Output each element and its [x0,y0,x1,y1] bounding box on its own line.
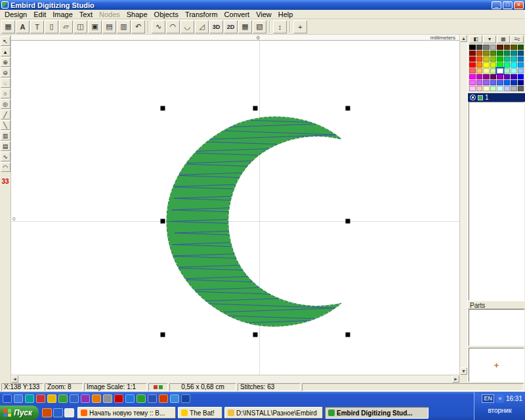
stitch-simulator-button[interactable]: ▧ [253,20,266,33]
palette-swatch[interactable] [476,74,483,79]
palette-swatch[interactable] [490,86,497,91]
menu-transform[interactable]: Transform [182,10,221,19]
palette-swatch[interactable] [497,45,503,50]
quicklaunch-icon[interactable] [14,394,23,403]
close-button[interactable]: × [514,1,524,9]
wave-tool[interactable]: ∿ [1,152,10,161]
quicklaunch-icon[interactable] [36,394,45,403]
palette-swatch[interactable] [476,45,483,50]
menu-help[interactable]: Help [275,10,297,19]
minimize-button[interactable]: _ [492,1,501,9]
catalog-button[interactable]: ≡c [511,35,524,43]
arc-tool-button[interactable]: ◠ [166,20,180,33]
palette-swatch[interactable] [511,68,517,74]
maximize-button[interactable]: □ [503,1,513,9]
palette-swatch[interactable] [504,51,511,56]
palette-swatch[interactable] [497,56,503,62]
palette-swatch[interactable] [497,74,503,79]
outline-tool[interactable]: ◎ [1,99,10,109]
save-design-button[interactable]: ▣ [88,20,102,33]
curve-tool-button[interactable]: ◡ [180,20,194,33]
palette-swatch[interactable] [518,56,524,62]
palette-swatch[interactable] [483,80,490,85]
palette-swatch[interactable] [476,86,483,91]
taskbar-shortcut-icon[interactable] [53,408,63,417]
arc-shape-tool[interactable]: ◠ [1,162,10,172]
truetype-text-tool-button[interactable]: T [30,20,44,33]
palette-grid-button[interactable]: ▦ [497,35,510,43]
view-2d-button[interactable]: 2D [224,20,238,33]
quicklaunch-icon[interactable] [170,394,179,403]
language-indicator[interactable]: EN [482,394,494,403]
quicklaunch-icon[interactable] [47,394,56,403]
palette-swatch[interactable] [469,80,476,85]
palette-swatch[interactable] [511,45,517,50]
stitch-pattern-button[interactable]: ▦ [1,20,15,33]
quicklaunch-icon[interactable] [70,394,79,403]
reorder-objects-button[interactable]: ↕ [273,20,287,33]
palette-swatch[interactable] [476,68,483,74]
lasso-tool[interactable]: ◌ [1,78,10,88]
menu-design[interactable]: Design [1,10,30,19]
task-button[interactable]: Начать новую тему :: В... [77,407,176,419]
design-canvas[interactable]: 0 [11,41,459,375]
quicklaunch-icon[interactable] [114,394,123,403]
object-list[interactable] [469,102,524,301]
palette-swatch[interactable] [518,51,524,56]
copy-button[interactable]: ▥ [117,20,131,33]
taskbar-shortcut-icon[interactable] [64,408,74,417]
quicklaunch-icon[interactable] [3,394,12,403]
quicklaunch-icon[interactable] [81,394,90,403]
palette-swatch[interactable] [497,51,503,56]
palette-swatch[interactable] [504,68,511,74]
selection-handle-w[interactable] [161,219,165,224]
palette-swatch[interactable] [511,51,517,56]
palette-swatch[interactable] [511,62,517,68]
export-design-button[interactable]: ▤ [102,20,116,33]
palette-swatch[interactable] [504,62,511,68]
palette-swatch[interactable] [490,80,497,85]
task-button[interactable]: Embird Digitizing Stud... [325,407,429,419]
palette-swatch[interactable] [483,68,490,74]
scroll-left-icon[interactable]: ◄ [11,375,18,383]
palette-swatch[interactable] [511,80,517,85]
selection-handle-se[interactable] [346,333,350,337]
quicklaunch-icon[interactable] [148,394,157,403]
knife-tool[interactable]: ╲ [1,120,10,130]
menu-nodes[interactable]: Nodes [96,10,123,19]
center-origin-button[interactable]: + [293,20,307,33]
palette-swatch[interactable] [511,86,517,91]
object-list-item-selected[interactable]: 1 [468,93,525,102]
thread-style-button[interactable]: ◧ [469,35,482,43]
palette-swatch[interactable] [483,74,490,79]
palette-swatch[interactable] [490,56,497,62]
palette-swatch[interactable] [476,56,483,62]
palette-swatch[interactable] [490,51,497,56]
palette-swatch[interactable] [497,68,503,74]
corner-tool-button[interactable]: ◿ [195,20,209,33]
selection-handle-ne[interactable] [346,106,350,111]
menu-text[interactable]: Text [76,10,96,19]
pointer-tool[interactable]: ↖ [1,36,10,46]
palette-swatch[interactable] [483,62,490,68]
collapse-chevron-icon[interactable]: « [496,394,504,403]
palette-swatch[interactable] [497,80,503,85]
selection-handle-s[interactable] [253,333,258,337]
palette-swatch[interactable] [504,86,511,91]
palette-swatch[interactable] [483,51,490,56]
palette-swatch[interactable] [504,56,511,62]
menu-view[interactable]: View [253,10,275,19]
taskbar-shortcut-icon[interactable] [42,408,52,417]
pen-tool[interactable]: ╱ [1,110,10,119]
menu-edit[interactable]: Edit [30,10,49,19]
view-3d-button[interactable]: 3D [209,20,223,33]
palette-swatch[interactable] [469,56,476,62]
menu-shape[interactable]: Shape [123,10,151,19]
palette-swatch[interactable] [518,80,524,85]
palette-swatch[interactable] [504,80,511,85]
palette-swatch[interactable] [476,62,483,68]
palette-swatch[interactable] [490,68,497,74]
grid-toggle-button[interactable]: ▦ [238,20,252,33]
selection-handle-sw[interactable] [161,333,165,337]
palette-swatch[interactable] [483,86,490,91]
